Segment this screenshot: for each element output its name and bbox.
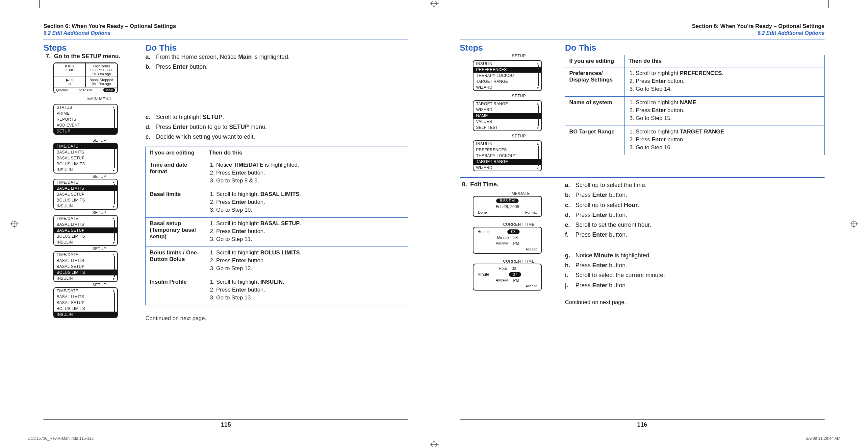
menu-item: INSULIN	[54, 167, 117, 173]
crop-mark	[39, 0, 40, 8]
menu-item: INSULIN	[54, 203, 117, 209]
setup-label: SETUP	[53, 174, 146, 179]
instruction-item: i.Scroll to select the current minute.	[565, 271, 825, 279]
edit-table-left: If you are editing Then do this Time and…	[146, 147, 408, 305]
device-setup-menu: TIME/DATEBASAL LIMITSBASAL SETUPBOLUS LI…	[53, 143, 118, 174]
page-footer: 115	[43, 419, 408, 428]
divider	[460, 177, 825, 178]
scroll-indicator-icon	[113, 145, 116, 172]
menu-item: BASAL LIMITS	[54, 294, 117, 300]
menu-item: TIME/DATE	[54, 216, 117, 221]
setup-label: SETUP	[53, 210, 146, 215]
instructions-g-j: g.Notice Minute is highlighted.h.Press E…	[565, 251, 825, 289]
table-row: Bolus limits / One-Button BolusScroll to…	[146, 247, 408, 276]
device-setup-menu: INSULINPREFERENCESTHERAPY LOCKOUTTARGET …	[473, 140, 542, 171]
page-footer: 116	[460, 419, 825, 428]
instruction-item: d.Press Enter button.	[565, 211, 825, 219]
table-row: Time and date formatNotice TIME/DATE is …	[146, 159, 408, 188]
column-headers: Steps Do This	[460, 43, 825, 53]
menu-item: NAME	[473, 113, 541, 119]
menu-item: BASAL LIMITS	[54, 185, 117, 191]
menu-item: INSULIN	[54, 239, 117, 245]
menu-item: BASAL LIMITS	[54, 149, 117, 155]
menu-item: BASAL SETUP	[54, 155, 117, 161]
device-setup-menu: TIME/DATEBASAL LIMITSBASAL SETUPBOLUS LI…	[53, 215, 118, 246]
instruction-item: f.Press Enter button.	[565, 231, 825, 239]
device-setup-menu: TIME/DATEBASAL LIMITSBASAL SETUPBOLUS LI…	[53, 251, 118, 282]
instruction-item: h.Press Enter button.	[565, 261, 825, 269]
scroll-indicator-icon	[113, 217, 116, 244]
device-main-menu: STATUS PRIME REPORTS ADD EVENT SETUP	[53, 104, 118, 135]
menu-item: INSULIN	[54, 312, 117, 317]
current-time-label: CURRENT TIME	[473, 221, 565, 227]
menu-item: WIZARD	[473, 84, 541, 91]
setup-label: SETUP	[473, 53, 565, 58]
device-setup-menu: TARGET RANGEWIZARDNAMEVALUESSELF TEST	[473, 100, 542, 131]
step-7-label: 7. Go to the SETUP menu.	[43, 53, 146, 60]
crop-mark	[828, 0, 829, 8]
registration-mark-icon	[431, 1, 437, 7]
page-number: 116	[460, 421, 825, 428]
scroll-indicator-icon	[537, 102, 540, 129]
continued-text: Continued on next page.	[565, 299, 825, 306]
device-home-screen: IOB ≥7.30U Last Bolus0.60 of 1.30U1h 39m…	[53, 63, 118, 93]
menu-item: TARGET RANGE	[473, 78, 541, 84]
main-menu-label: MAIN MENU	[53, 96, 146, 101]
instruction-item: c.Scroll up to select Hour.	[565, 201, 825, 209]
menu-item: INSULIN	[54, 275, 117, 281]
menu-item: BASAL SETUP	[54, 228, 117, 233]
scroll-indicator-icon	[537, 142, 540, 169]
step-8-label: 8. Edit Time.	[460, 181, 565, 188]
table-row: Insulin ProfileScroll to highlight INSUL…	[146, 276, 408, 305]
instructions-c-e: c.Scroll to highlight SETUP.d.Press Ente…	[146, 113, 408, 141]
running-head-right: Section 6: When You're Ready – Optional …	[460, 23, 825, 36]
instruction-item: e.Scroll to set the current hour.	[565, 221, 825, 229]
menu-item: PREFERENCES	[473, 147, 541, 153]
menu-item: THERAPY LOCKOUT	[473, 153, 541, 159]
registration-mark-icon	[431, 441, 437, 447]
menu-item: BOLUS LIMITS	[54, 306, 117, 312]
paper-spread: Section 6: When You're Ready – Optional …	[0, 0, 868, 448]
instruction-item: j.Press Enter button.	[565, 281, 825, 289]
menu-item: TARGET RANGE	[473, 101, 541, 107]
setup-label: SETUP	[53, 282, 146, 287]
section-subtitle: 6.2 Edit Additional Options	[43, 30, 408, 36]
section-title: Section 6: When You're Ready – Optional …	[43, 23, 408, 30]
device-setup-menu: TIME/DATEBASAL LIMITSBASAL SETUPBOLUS LI…	[53, 179, 118, 210]
menu-item: WIZARD	[473, 165, 541, 171]
instruction-item: a.From the Home screen, Notice Main is h…	[146, 53, 408, 61]
menu-item: BASAL SETUP	[54, 191, 117, 197]
instructions-a-b: a.From the Home screen, Notice Main is h…	[146, 53, 408, 71]
instruction-item: g.Notice Minute is highlighted.	[565, 251, 825, 259]
menu-item: THERAPY LOCKOUT	[473, 73, 541, 78]
divider	[460, 39, 825, 39]
steps-heading: Steps	[43, 43, 146, 53]
file-slug: DOC15736_Rev-A-Man.indd 115-116	[28, 436, 94, 441]
setup-label: SETUP	[473, 93, 565, 98]
device-setup-menu: TIME/DATEBASAL LIMITSBASAL SETUPBOLUS LI…	[53, 287, 118, 318]
crop-mark	[27, 8, 40, 8]
scroll-indicator-icon	[113, 253, 116, 280]
menu-item: BOLUS LIMITS	[54, 233, 117, 239]
page-right: Section 6: When You're Ready – Optional …	[444, 20, 840, 428]
setup-label: SETUP	[53, 137, 146, 143]
crop-mark	[828, 8, 841, 8]
scroll-indicator-icon	[113, 181, 116, 208]
table-row: Preferences/ Display SettingsScroll to h…	[565, 67, 825, 97]
setup-label: SETUP	[53, 246, 146, 251]
device-current-time-minute: Hour = 03 Minute =07 AM/PM = PM Accept	[473, 264, 542, 290]
menu-item: SELF TEST	[473, 125, 541, 131]
table-row: BG Target RangeScroll to highlight TARGE…	[565, 126, 825, 155]
scroll-indicator-icon	[113, 289, 116, 316]
instruction-item: b.Press Enter button.	[565, 191, 825, 199]
table-row: Basal limitsScroll to highlight BASAL LI…	[146, 188, 408, 217]
instruction-item: c.Scroll to highlight SETUP.	[146, 113, 408, 121]
menu-item: TIME/DATE	[54, 252, 117, 258]
edit-table-right: If you are editing Then do this Preferen…	[565, 55, 825, 155]
page-left: Section 6: When You're Ready – Optional …	[28, 20, 424, 428]
do-this-heading: Do This	[565, 43, 596, 53]
timestamp: 2/9/09 11:29:44 AM	[806, 436, 840, 441]
menu-item: WIZARD	[473, 107, 541, 113]
menu-item: BOLUS LIMITS	[54, 197, 117, 203]
page-number: 115	[43, 421, 408, 428]
